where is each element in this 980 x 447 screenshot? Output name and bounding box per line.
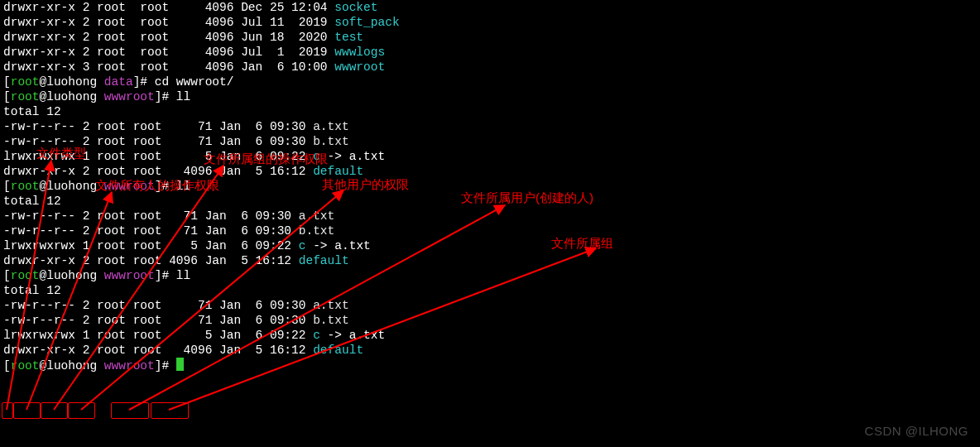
terminal: drwxr-xr-x 2 root root 4096 Dec 25 12:04…: [0, 0, 980, 373]
box-filetype: [2, 402, 13, 419]
box-other-perm: [68, 402, 95, 419]
box-group: [151, 402, 189, 419]
box-owner-perm: [13, 402, 41, 419]
watermark: CSDN @ILHONG: [865, 424, 968, 439]
box-group-perm: [41, 402, 68, 419]
box-owner: [111, 402, 149, 419]
